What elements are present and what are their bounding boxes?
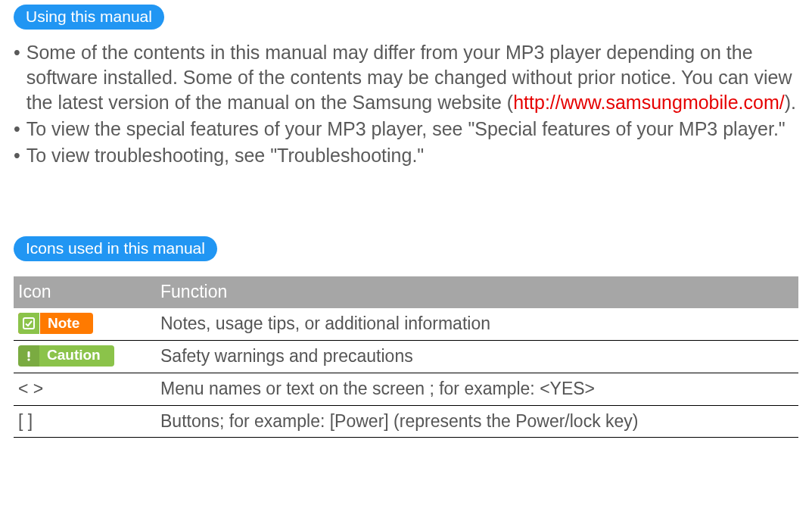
svg-rect-0 xyxy=(23,318,34,329)
function-cell: Menu names or text on the screen ; for e… xyxy=(156,373,798,405)
note-badge: Note xyxy=(18,313,93,334)
function-cell: Buttons; for example: [Power] (represent… xyxy=(156,405,798,438)
note-badge-label: Note xyxy=(40,314,93,333)
bullet-dot-icon: • xyxy=(14,143,26,168)
bullet-text: Some of the contents in this manual may … xyxy=(26,40,798,115)
svg-rect-2 xyxy=(28,358,30,360)
bullet-text: To view troubleshooting, see "Troublesho… xyxy=(26,143,798,168)
icon-cell: [ ] xyxy=(14,405,156,438)
bullet-text-post: ). xyxy=(785,92,796,113)
table-header-function: Function xyxy=(156,276,798,308)
warning-icon xyxy=(18,345,39,367)
bullet-url[interactable]: http://www.samsungmobile.com/ xyxy=(513,92,784,113)
icon-cell: Caution xyxy=(14,340,156,373)
section-heading-icons-label: Icons used in this manual xyxy=(26,239,205,257)
checkbox-icon xyxy=(18,313,40,334)
function-cell: Safety warnings and precautions xyxy=(156,340,798,373)
table-header-icon: Icon xyxy=(14,276,156,308)
icon-cell: Note xyxy=(14,308,156,340)
caution-badge-label: Caution xyxy=(39,346,114,365)
bullet-dot-icon: • xyxy=(14,40,26,65)
section-heading-icons: Icons used in this manual xyxy=(14,236,217,261)
bullet-item: • Some of the contents in this manual ma… xyxy=(14,40,798,115)
using-bullets: • Some of the contents in this manual ma… xyxy=(14,40,798,168)
bullet-item: • To view the special features of your M… xyxy=(14,117,798,142)
section-heading-using: Using this manual xyxy=(14,5,164,30)
icons-table: Icon Function Note Notes, usage tips, or… xyxy=(14,276,798,438)
table-header-row: Icon Function xyxy=(14,276,798,308)
table-row: Caution Safety warnings and precautions xyxy=(14,340,798,373)
caution-badge: Caution xyxy=(18,345,114,367)
bullet-item: • To view troubleshooting, see "Troubles… xyxy=(14,143,798,168)
section-heading-using-label: Using this manual xyxy=(26,8,152,25)
svg-rect-1 xyxy=(28,351,30,357)
table-row: [ ] Buttons; for example: [Power] (repre… xyxy=(14,405,798,438)
bullet-text: To view the special features of your MP3… xyxy=(26,117,798,142)
table-row: Note Notes, usage tips, or additional in… xyxy=(14,308,798,340)
function-cell: Notes, usage tips, or additional informa… xyxy=(156,308,798,340)
icon-cell: < > xyxy=(14,373,156,405)
bullet-dot-icon: • xyxy=(14,117,26,142)
table-row: < > Menu names or text on the screen ; f… xyxy=(14,373,798,405)
